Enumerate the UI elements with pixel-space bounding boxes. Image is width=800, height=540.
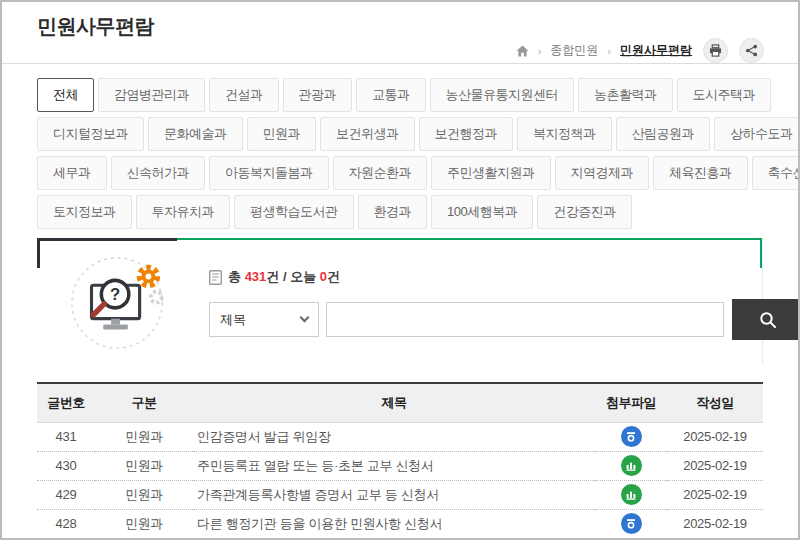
search-field-select[interactable]: 제목: [209, 302, 319, 337]
breadcrumb: › 종합민원 › 민원사무편람: [516, 42, 692, 59]
post-title-link[interactable]: 주민등록표 열람 또는 등·초본 교부 신청서: [193, 451, 595, 480]
page-header: 민원사무편람 › 종합민원 › 민원사무편람: [2, 2, 798, 64]
table-row: 430 민원과 주민등록표 열람 또는 등·초본 교부 신청서 2025-02-…: [37, 451, 763, 480]
tab-item[interactable]: 농산물유통지원센터: [430, 78, 575, 112]
tab-item[interactable]: 복지정책과: [517, 117, 612, 151]
print-button[interactable]: [703, 38, 728, 63]
breadcrumb-item-current: 민원사무편람: [620, 42, 692, 59]
col-header-category: 구분: [95, 383, 193, 422]
post-title-link[interactable]: 가족관계등록사항별 증명서 교부 등 신청서: [193, 480, 595, 509]
today-count: 0: [320, 269, 327, 284]
table-row: 429 민원과 가족관계등록사항별 증명서 교부 등 신청서 2025-02-1…: [37, 480, 763, 509]
col-header-date: 작성일: [667, 383, 763, 422]
attachment-file-icon[interactable]: [621, 513, 642, 534]
panel-corner-green: [760, 238, 762, 268]
count-divider: /: [283, 269, 287, 284]
post-number: 429: [37, 480, 95, 509]
tab-item[interactable]: 축수산과: [752, 156, 800, 190]
tab-item[interactable]: 투자유치과: [136, 195, 231, 229]
tab-item[interactable]: 환경과: [358, 195, 428, 229]
post-category: 민원과: [95, 451, 193, 480]
post-number: 431: [37, 422, 95, 451]
svg-text:?: ?: [110, 285, 120, 304]
tab-item[interactable]: 도시주택과: [677, 78, 772, 112]
tab-item[interactable]: 평생학습도서관: [234, 195, 354, 229]
post-title-link[interactable]: 인감증명서 발급 위임장: [193, 422, 595, 451]
tab-item[interactable]: 감염병관리과: [98, 78, 205, 112]
post-date: 2025-02-19: [667, 480, 763, 509]
tab-item[interactable]: 주민생활지원과: [431, 156, 551, 190]
tab-item[interactable]: 농촌활력과: [578, 78, 673, 112]
page-title: 민원사무편람: [37, 13, 154, 40]
panel-corner-bracket: [37, 238, 40, 268]
breadcrumb-separator: ›: [538, 45, 542, 57]
tab-item[interactable]: 보건행정과: [419, 117, 514, 151]
attachment-file-icon[interactable]: [621, 426, 642, 447]
post-date: 2025-02-19: [667, 509, 763, 538]
table-row: 428 민원과 다른 행정기관 등을 이용한 민원사항 신청서 2025-02-…: [37, 509, 763, 538]
today-label: 오늘: [290, 269, 316, 284]
post-number: 430: [37, 451, 95, 480]
search-input[interactable]: [326, 302, 724, 337]
post-count: 총 431건 / 오늘 0건: [209, 268, 800, 286]
post-category: 민원과: [95, 480, 193, 509]
post-board: 글번호 구분 제목 첨부파일 작성일 431 민원과 인감증명서 발급 위임장: [37, 382, 763, 539]
tab-item[interactable]: 토지정보과: [37, 195, 132, 229]
post-category: 민원과: [95, 422, 193, 451]
total-label: 총: [228, 269, 241, 284]
share-icon: [745, 44, 758, 57]
breadcrumb-item-general[interactable]: 종합민원: [550, 42, 598, 59]
post-title-link[interactable]: 다른 행정기관 등을 이용한 민원사항 신청서: [193, 509, 595, 538]
search-illustration-icon: ?: [65, 251, 173, 355]
printer-icon: [709, 44, 722, 57]
col-header-attachment: 첨부파일: [595, 383, 667, 422]
home-icon[interactable]: [516, 45, 529, 57]
post-category: 민원과: [95, 509, 193, 538]
tab-item[interactable]: 교통과: [356, 78, 426, 112]
tab-item[interactable]: 신속허가과: [111, 156, 206, 190]
total-count: 431: [245, 269, 267, 284]
tab-item[interactable]: 자원순환과: [333, 156, 428, 190]
tab-item[interactable]: 100세행복과: [431, 195, 533, 229]
tab-item[interactable]: 민원과: [247, 117, 317, 151]
tab-item[interactable]: 지역경제과: [555, 156, 650, 190]
tab-item[interactable]: 건설과: [209, 78, 279, 112]
panel-accent-green: [177, 238, 762, 240]
panel-accent-dark: [37, 238, 177, 241]
post-date: 2025-02-19: [667, 451, 763, 480]
document-icon: [209, 270, 222, 285]
post-number: 428: [37, 509, 95, 538]
breadcrumb-separator: ›: [607, 45, 611, 57]
tab-item[interactable]: 산림공원과: [616, 117, 711, 151]
page-frame: 민원사무편람 › 종합민원 › 민원사무편람: [0, 0, 800, 540]
attachment-file-icon[interactable]: [621, 484, 642, 505]
col-header-number: 글번호: [37, 383, 95, 422]
tab-item[interactable]: 아동복지돌봄과: [209, 156, 329, 190]
tab-item[interactable]: 관광과: [283, 78, 353, 112]
tab-item[interactable]: 세무과: [37, 156, 107, 190]
tab-item[interactable]: 디지털정보과: [37, 117, 144, 151]
tab-item[interactable]: 상하수도과: [714, 117, 800, 151]
tab-item[interactable]: 체육진흥과: [653, 156, 748, 190]
table-row: 431 민원과 인감증명서 발급 위임장 2025-02-19: [37, 422, 763, 451]
tab-item[interactable]: 문화예술과: [148, 117, 243, 151]
search-panel: ? 총 431건 / 오늘 0건: [37, 238, 763, 364]
tab-item[interactable]: 보건위생과: [320, 117, 415, 151]
table-header-row: 글번호 구분 제목 첨부파일 작성일: [37, 383, 763, 422]
post-date: 2025-02-19: [667, 422, 763, 451]
search-button[interactable]: [732, 299, 800, 340]
col-header-title: 제목: [193, 383, 595, 422]
attachment-file-icon[interactable]: [621, 455, 642, 476]
tab-item[interactable]: 건강증진과: [537, 195, 632, 229]
tab-all[interactable]: 전체: [37, 78, 94, 112]
search-icon: [759, 311, 777, 329]
department-tabs: 전체 감염병관리과 건설과 관광과 교통과 농산물유통지원센터 농촌활력과 도시…: [2, 64, 798, 234]
share-button[interactable]: [739, 38, 764, 63]
